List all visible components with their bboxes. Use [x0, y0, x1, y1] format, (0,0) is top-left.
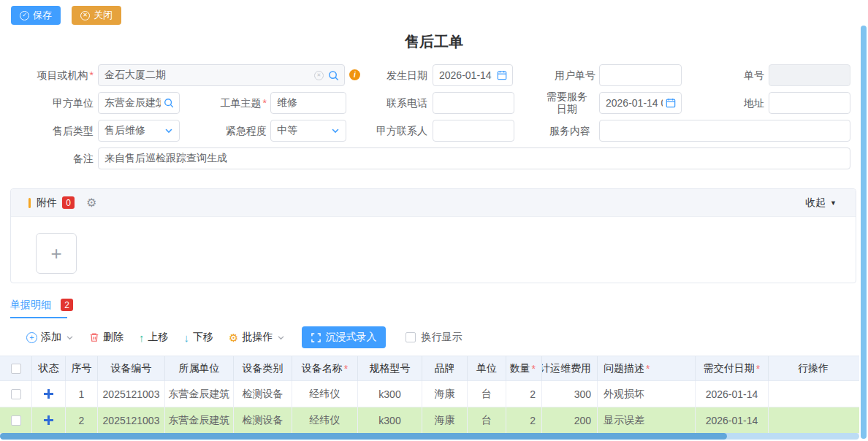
batch-operations-button[interactable]: ⚙ 批操作 — [229, 331, 285, 344]
save-label: 保存 — [33, 9, 52, 22]
selected-value: 售后维修 — [104, 124, 164, 137]
column-header-model: 规格型号 — [358, 356, 422, 381]
cell-select[interactable] — [0, 407, 32, 433]
save-button[interactable]: ✓ 保存 — [11, 6, 61, 25]
cell-device_no: 2025121003 — [98, 407, 165, 433]
gear-icon[interactable]: ⚙ — [86, 197, 96, 209]
immersive-entry-button[interactable]: 沉浸式录入 — [302, 326, 386, 348]
label-text: 工单主题 — [221, 97, 262, 109]
subject-input[interactable] — [270, 92, 346, 114]
accent-bar — [28, 198, 31, 208]
contact-phone-input[interactable] — [433, 92, 514, 114]
issue-date-input[interactable] — [433, 65, 497, 85]
page-title: 售后工单 — [0, 32, 868, 52]
user-order-no-label: 用户单号 — [532, 64, 595, 86]
aftersales-type-select[interactable]: 售后维修 — [98, 120, 180, 142]
cell-rowops — [769, 407, 859, 433]
info-icon[interactable]: i — [349, 69, 360, 80]
urgency-select[interactable]: 中等 — [270, 120, 346, 142]
chevron-down-icon — [66, 334, 74, 342]
cell-model: k300 — [358, 381, 422, 407]
column-header-cost: 预计运维费用 — [542, 356, 598, 381]
horizontal-scrollbar-thumb[interactable] — [0, 433, 727, 440]
close-label: 关闭 — [94, 9, 113, 22]
urgency-label: 紧急程度 — [203, 120, 267, 142]
address-input[interactable] — [769, 92, 850, 114]
issue-date-input-wrap — [433, 64, 513, 86]
required-mark: * — [263, 97, 267, 109]
wrap-display-toggle[interactable]: 换行显示 — [406, 331, 462, 344]
cell-name: 经纬仪 — [292, 407, 358, 433]
row-checkbox[interactable] — [11, 389, 21, 399]
clear-icon[interactable]: ✕ — [314, 71, 324, 80]
column-label: 设备名称 — [302, 362, 343, 375]
tab-active-underline — [10, 317, 67, 318]
table-row[interactable]: 12025121003东营金辰建筑检测设备经纬仪k300海康台2300外观损坏2… — [0, 381, 859, 407]
cell-status[interactable] — [32, 381, 66, 407]
add-label: 添加 — [41, 331, 61, 344]
service-content-input[interactable] — [599, 120, 850, 142]
calendar-icon[interactable] — [666, 98, 676, 108]
party-a-unit-input[interactable] — [99, 93, 164, 113]
cell-brand: 海康 — [422, 381, 468, 407]
column-label: 序号 — [72, 362, 92, 375]
cell-problem: 外观损坏 — [598, 381, 696, 407]
remark-input[interactable] — [98, 147, 850, 169]
chevron-down-icon — [331, 126, 340, 135]
column-header-rowops: 行操作 — [769, 356, 859, 381]
required-mark: * — [90, 69, 94, 81]
tab-detail-list[interactable]: 单据明细 2 — [10, 299, 73, 312]
cell-category: 检测设备 — [234, 381, 292, 407]
aftersales-work-order-page: ✓ 保存 ✕ 关闭 售后工单 项目或机构* 发生日期 用户单号 单号 甲方单位 … — [0, 0, 868, 441]
column-header-select[interactable] — [0, 356, 32, 381]
cell-model: k300 — [358, 407, 422, 433]
horizontal-scrollbar[interactable] — [0, 433, 859, 440]
service-date-input[interactable] — [600, 93, 666, 113]
column-label: 问题描述 — [604, 362, 644, 375]
select-all-checkbox[interactable] — [11, 364, 21, 374]
detail-count-badge: 2 — [61, 299, 73, 311]
move-up-button[interactable]: ↑ 上移 — [139, 331, 169, 344]
cell-cost: 200 — [542, 407, 598, 433]
column-header-status: 状态 — [32, 356, 66, 381]
chevron-down-icon — [164, 126, 173, 135]
collapse-button[interactable]: 收起 ▼ — [805, 196, 837, 210]
triangle-down-icon: ▼ — [830, 199, 837, 207]
plus-icon: + — [50, 242, 61, 265]
column-label: 需交付日期 — [704, 362, 755, 375]
project-input[interactable] — [99, 65, 314, 85]
table-row[interactable]: 22025121003东营金辰建筑检测设备经纬仪k300海康台2200显示误差2… — [0, 407, 859, 434]
move-down-button[interactable]: ↓ 下移 — [184, 331, 214, 344]
close-button[interactable]: ✕ 关闭 — [72, 6, 121, 25]
cell-uom: 台 — [468, 381, 506, 407]
cell-select[interactable] — [0, 381, 32, 407]
cell-rowops — [769, 381, 859, 407]
search-icon[interactable] — [328, 70, 339, 81]
search-icon[interactable] — [164, 98, 174, 108]
subject-label: 工单主题* — [203, 92, 267, 114]
party-a-contact-label: 甲方联系人 — [365, 120, 427, 142]
attachments-panel: 附件 0 ⚙ 收起 ▼ + — [10, 188, 856, 283]
row-checkbox[interactable] — [11, 415, 21, 426]
user-order-no-input[interactable] — [599, 64, 682, 86]
cell-device_no: 2025121003 — [98, 381, 165, 407]
contact-phone-label: 联系电话 — [365, 92, 427, 114]
remark-label: 备注 — [0, 147, 94, 169]
cell-due: 2026-01-14 — [696, 381, 769, 407]
upload-attachment-button[interactable]: + — [36, 233, 77, 274]
wrap-display-checkbox[interactable] — [406, 332, 416, 342]
arrow-down-icon: ↓ — [184, 331, 190, 344]
move-down-label: 下移 — [193, 331, 213, 344]
column-label: 单位 — [476, 362, 497, 375]
label-text: 项目或机构 — [37, 69, 88, 81]
party-a-contact-input[interactable] — [433, 120, 514, 142]
calendar-icon[interactable] — [497, 70, 507, 80]
close-circle-icon: ✕ — [80, 11, 90, 20]
delete-button[interactable]: 删除 — [89, 331, 123, 344]
issue-date-label: 发生日期 — [365, 64, 427, 86]
vertical-scrollbar-thumb[interactable] — [861, 26, 867, 439]
batch-label: 批操作 — [242, 331, 273, 344]
add-button[interactable]: + 添加 — [26, 331, 74, 344]
cell-status[interactable] — [32, 407, 66, 433]
column-header-due: 需交付日期 * — [696, 356, 769, 381]
